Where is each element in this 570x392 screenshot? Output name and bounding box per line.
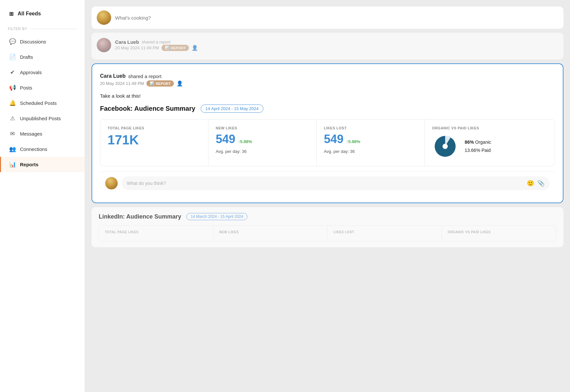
sidebar-item-discussions[interactable]: 💬 Discussions [0, 34, 85, 49]
sidebar: ⊞ All Feeds FILTER BY 💬 Discussions 📄 Dr… [0, 0, 85, 392]
bg-post-avatar [97, 38, 111, 52]
report-date: 20 May 2024 11:49 PM [100, 81, 144, 86]
likes-lost-avg: Avg. per day: 36 [324, 149, 417, 154]
sidebar-item-reports[interactable]: 📊 Reports [0, 157, 85, 172]
linkedin-card: LinkedIn: Audience Summary 14 March 2024… [92, 207, 563, 247]
total-likes-value: 171K [108, 133, 201, 146]
stat-likes-lost: LIKES LOST 549 ↑5.98% Avg. per day: 36 [317, 120, 425, 166]
chart-icon: 📊 [150, 81, 154, 86]
bg-post-date: 20 May 2024 11:49 PM [115, 45, 159, 50]
connections-icon: 👥 [9, 146, 16, 153]
background-post-card: Cara Lueb shared a report 20 May 2024 11… [92, 33, 563, 59]
new-likes-avg: Avg. per day: 36 [216, 149, 309, 154]
linkedin-stat-new-likes: NEW LIKES [213, 226, 328, 241]
likes-lost-value: 549 [324, 133, 344, 145]
compose-input[interactable] [115, 15, 558, 21]
date-range-badge[interactable]: 14 April 2024 - 15 May 2024 [201, 105, 264, 113]
paid-label: Paid [481, 148, 491, 153]
linkedin-organic-label: ORGANIC VS PAID LIKES [448, 230, 550, 234]
linkedin-title: LinkedIn: Audience Summary [99, 213, 181, 220]
new-likes-value: 549 [216, 133, 235, 145]
emoji-icon[interactable]: 🙂 [527, 180, 534, 187]
report-card-body: Take a look at this! Facebook: Audience … [100, 93, 555, 166]
sidebar-item-connections[interactable]: 👥 Connections [0, 141, 85, 157]
reports-icon: 📊 [9, 161, 16, 168]
total-likes-label: TOTAL PAGE LIKES [108, 126, 201, 130]
svg-point-1 [443, 144, 448, 149]
linkedin-lost-label: LIKES LOST [333, 230, 436, 234]
stat-total-page-likes: TOTAL PAGE LIKES 171K [100, 120, 209, 166]
bg-share-icon: 👤 [192, 45, 198, 51]
filter-by-label: FILTER BY [0, 24, 85, 34]
report-author: Cara Lueb [100, 73, 126, 79]
sidebar-item-drafts[interactable]: 📄 Drafts [0, 49, 85, 65]
new-likes-change: ↑5.98% [238, 139, 252, 144]
posts-icon: 📢 [9, 84, 16, 91]
linkedin-stat-organic-paid: ORGANIC VS PAID LIKES [442, 226, 556, 241]
intro-text: Take a look at this! [100, 93, 555, 99]
comment-placeholder: What do you think? [127, 181, 166, 186]
grid-icon: ⊞ [8, 10, 14, 17]
linkedin-total-label: TOTAL PAGE LIKES [105, 230, 207, 234]
drafts-icon: 📄 [9, 54, 16, 60]
report-action: shared a report [128, 74, 161, 79]
organic-paid-label: ORGANIC VS PAID LIKES [432, 126, 547, 130]
pie-chart [432, 133, 458, 159]
linkedin-date-badge[interactable]: 14 March 2024 - 15 April 2024 [186, 213, 247, 220]
sidebar-item-unpublished-posts[interactable]: ⚠ Unpublished Posts [0, 111, 85, 126]
audience-summary-header: Facebook: Audience Summary 14 April 2024… [100, 105, 555, 113]
sidebar-item-posts[interactable]: 📢 Posts [0, 80, 85, 95]
compose-box [92, 7, 563, 29]
linkedin-stat-likes-lost: LIKES LOST [327, 226, 442, 241]
sidebar-item-messages[interactable]: ✉ Messages [0, 126, 85, 141]
bg-report-badge: 📊 REPORT [161, 45, 189, 51]
likes-lost-change: ↑5.98% [346, 139, 360, 144]
unpublished-icon: ⚠ [9, 115, 16, 122]
comment-avatar [105, 177, 118, 189]
likes-lost-label: LIKES LOST [324, 126, 417, 130]
linkedin-stat-total-likes: TOTAL PAGE LIKES [99, 226, 213, 241]
compose-avatar [97, 10, 111, 25]
linkedin-header: LinkedIn: Audience Summary 14 March 2024… [99, 213, 556, 220]
new-likes-label: NEW LIKES [216, 126, 309, 130]
stat-new-likes: NEW LIKES 549 ↑5.98% Avg. per day: 36 [209, 120, 317, 166]
messages-icon: ✉ [9, 130, 16, 137]
scheduled-icon: 🔔 [9, 100, 16, 106]
share-icon: 👤 [176, 80, 183, 87]
report-card: Cara Lueb shared a report 20 May 2024 11… [92, 63, 563, 203]
report-card-header: Cara Lueb shared a report 20 May 2024 11… [100, 73, 555, 87]
attachment-icon[interactable]: 📎 [537, 180, 545, 187]
bg-post-author: Cara Lueb [115, 39, 139, 45]
linkedin-new-label: NEW LIKES [219, 230, 322, 234]
discussions-icon: 💬 [9, 38, 16, 45]
organic-pct: 86% [465, 139, 474, 145]
comment-input-wrapper[interactable]: What do you think? 🙂 📎 [122, 176, 550, 190]
pie-section: 86% Organic 13.66% Paid [432, 133, 547, 159]
sidebar-item-approvals[interactable]: ✔ Approvals [0, 65, 85, 80]
audience-summary-title: Facebook: Audience Summary [100, 105, 195, 112]
approvals-icon: ✔ [9, 69, 16, 76]
report-badge: 📊 REPORT [146, 80, 174, 87]
pie-legend: 86% Organic 13.66% Paid [465, 138, 491, 155]
comment-box: What do you think? 🙂 📎 [100, 172, 555, 195]
paid-pct: 13.66% [465, 148, 480, 153]
stat-organic-paid: ORGANIC VS PAID LIKES 86% Or [425, 120, 555, 166]
linkedin-stats-row: TOTAL PAGE LIKES NEW LIKES LIKES LOST OR… [99, 225, 556, 241]
organic-label: Organic [475, 139, 491, 145]
sidebar-item-scheduled-posts[interactable]: 🔔 Scheduled Posts [0, 95, 85, 111]
comment-actions: 🙂 📎 [527, 180, 545, 187]
stats-grid: TOTAL PAGE LIKES 171K NEW LIKES 549 ↑5.9… [100, 119, 555, 166]
sidebar-all-feeds[interactable]: ⊞ All Feeds [0, 7, 85, 21]
main-content: Cara Lueb shared a report 20 May 2024 11… [85, 0, 570, 392]
chart-icon-small: 📊 [165, 46, 169, 50]
bg-post-action: shared a report [142, 40, 170, 44]
